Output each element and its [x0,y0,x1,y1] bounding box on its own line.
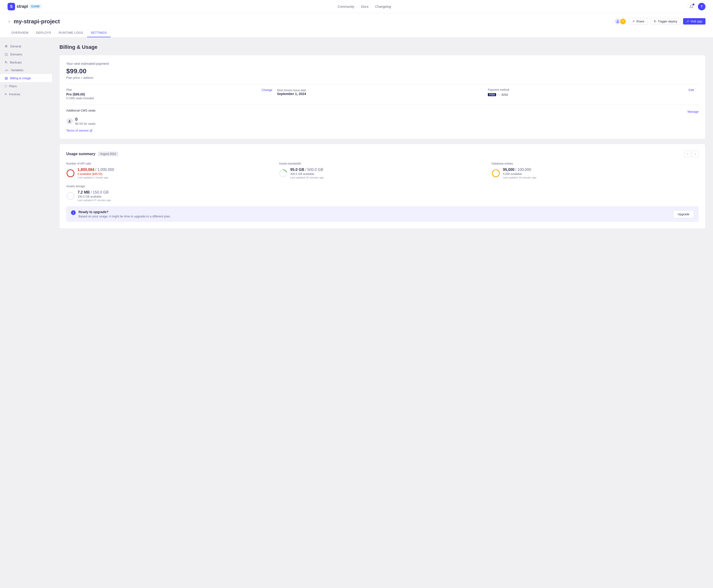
nav-links: Community Docs Changelog [338,5,391,8]
db-entries-label: Database entries [491,162,699,165]
share-button[interactable]: ↗ Share [629,18,648,25]
visa-badge: VISA [488,93,496,96]
notifications-button[interactable] [688,3,695,10]
domains-icon: ◫ [5,52,8,56]
usage-prev-button[interactable]: ‹ [685,151,691,157]
payment-method-section: Payment method Edit VISA ···· 4242 [488,88,699,100]
project-name: my-strapi-project [14,18,60,25]
sidebar-label-backups: Backups [10,61,22,64]
bandwidth-value: 95.0 GB [290,168,305,172]
assets-storage-available: 150.0 GB available [78,195,111,198]
usage-period: August 2024 [98,152,118,156]
notification-dot [692,3,694,5]
sidebar-item-backups[interactable]: ↻ Backups [0,58,52,66]
external-link-icon: ↗ [686,20,689,23]
api-calls-limit: / 1,000,000 [95,168,114,172]
logo-text: strapi [17,4,28,9]
payment-edit-link[interactable]: Edit [689,88,694,92]
tab-overview[interactable]: OVERVIEW [7,28,32,37]
plan-section: Plan Change Pro ($99.00) 5 CMS seats inc… [66,88,277,100]
db-entries-value: 95,000 [503,168,515,172]
sidebar-label-domains: Domains [10,52,22,56]
upgrade-banner: i Ready to upgrade? Based on your usage,… [66,206,699,222]
project-title-left: ‹ my-strapi-project [7,18,60,25]
logo-area: S strapi CLOUD [7,3,41,10]
invoice-label: Next invoice issue date [277,89,306,92]
api-calls-circle [66,169,75,177]
usage-title-area: Usage summary August 2024 [66,152,118,156]
billing-icon: ▤ [5,76,8,80]
back-button[interactable]: ‹ [7,18,11,25]
sidebar-item-domains[interactable]: ◫ Domains [0,50,52,58]
tab-runtime-logs[interactable]: RUNTIME LOGS [55,28,87,37]
payment-amount: $99.00 [66,67,699,75]
assets-storage-value-row: 7.2 MB / 150.0 GB [78,190,111,194]
nav-changelog[interactable]: Changelog [375,5,391,8]
card-number: ···· 4242 [497,93,508,97]
sidebar-label-variables: Variables [11,68,23,72]
cloud-badge: CLOUD [29,4,41,8]
upgrade-button[interactable]: Upgrade [673,210,694,218]
payment-subtitle: Your next estimated payment [66,62,699,66]
terms-label: Terms of service [66,129,89,132]
svg-point-4 [67,170,74,177]
sidebar-item-plans[interactable]: □ Plans [0,82,52,90]
nav-docs[interactable]: Docs [361,5,369,8]
project-title-row: ‹ my-strapi-project T ↗ Share ↻ Trigger … [7,13,706,28]
db-entries-metric: Database entries 95,000 / 100,000 5,000 … [491,162,699,179]
assets-storage-label: Assets storage [66,185,699,188]
upgrade-info-icon: i [71,210,76,215]
svg-point-0 [617,20,618,21]
terms-of-service-link[interactable]: Terms of service [66,129,92,132]
top-nav: S strapi CLOUD Community Docs Changelog … [0,0,713,13]
usage-next-button[interactable]: › [692,151,699,157]
trigger-deploy-label: Trigger deploy [658,20,677,23]
sidebar-item-invoices[interactable]: ≡ Invoices [0,90,52,98]
upgrade-title: Ready to upgrade? [79,210,171,214]
visit-app-label: Visit app [690,20,702,23]
svg-point-9 [67,192,74,200]
invoice-section: Next invoice issue date September 1, 202… [277,88,488,100]
sidebar-item-billing[interactable]: ▤ Billing & Usage [0,74,52,82]
svg-line-2 [91,129,92,131]
project-header: ‹ my-strapi-project T ↗ Share ↻ Trigger … [0,13,713,38]
nav-community[interactable]: Community [338,5,354,8]
section-divider [66,105,699,105]
assets-storage-value: 7.2 MB [78,190,90,194]
usage-metrics-grid: Number of API calls 1,800,084 / 1,000,00… [66,162,699,179]
sidebar-label-plans: Plans [9,84,17,88]
usage-header: Usage summary August 2024 ‹ › [66,151,699,157]
user-avatar-button[interactable]: T [698,3,706,10]
invoices-icon: ≡ [5,92,6,96]
db-entries-available: 5,000 available [503,172,537,176]
sidebar-item-variables[interactable]: </> Variables [0,66,52,74]
bandwidth-metric: Assets bandwidth 95.0 GB / 500.0 GB 405.… [279,162,486,179]
sidebar-item-general[interactable]: ⚙ General [0,42,52,50]
external-link-icon [90,129,92,132]
api-calls-value: 1,800,084 [78,168,94,172]
main-content: Billing & Usage Your next estimated paym… [52,38,713,588]
seat-count-area: 0 $0.00 for seats [75,117,96,125]
upgrade-text: Ready to upgrade? Based on your usage, i… [79,210,171,218]
seat-avatar [66,118,73,125]
db-entries-values: 95,000 / 100,000 5,000 available Last up… [503,168,537,179]
bandwidth-value-row: 95.0 GB / 500.0 GB [290,168,324,172]
api-calls-row: 1,800,084 / 1,000,000 0 available ($49.5… [66,168,273,179]
db-entries-value-row: 95,000 / 100,000 [503,168,537,172]
assets-storage-values: 7.2 MB / 150.0 GB 150.0 GB available Las… [78,190,111,202]
tab-settings[interactable]: SETTINGS [87,28,110,37]
seat-row: 0 $0.00 for seats [66,117,699,125]
variables-icon: </> [5,69,8,72]
plan-change-link[interactable]: Change [261,88,272,92]
plan-name: Pro ($99.00) [66,92,272,96]
plan-seats-included: 5 CMS seats included [66,97,272,100]
api-calls-available: 0 available ($49.50) [78,172,114,176]
trigger-deploy-button[interactable]: ↻ Trigger deploy [650,18,681,25]
seats-manage-link[interactable]: Manage [688,110,699,113]
bandwidth-row: 95.0 GB / 500.0 GB 405.0 GB available La… [279,168,486,179]
payment-method-label: Payment method [488,88,509,91]
tab-deploys[interactable]: DEPLOYS [32,28,55,37]
visit-app-button[interactable]: ↗ Visit app [683,18,706,24]
avatar-2: T [620,18,626,25]
seat-price: $0.00 for seats [75,122,96,125]
